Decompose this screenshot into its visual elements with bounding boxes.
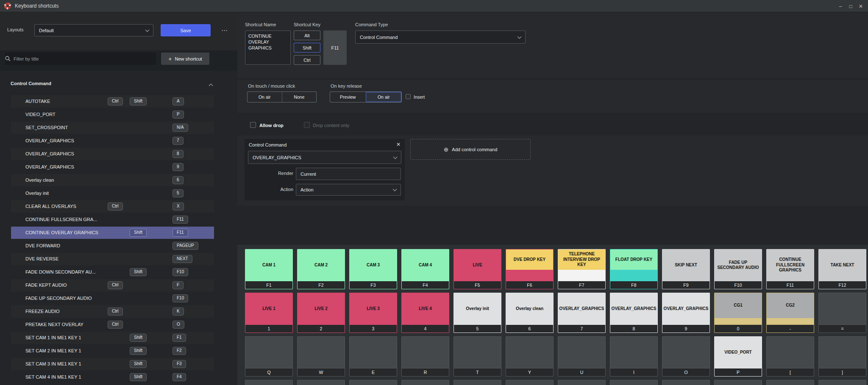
shortcut-row[interactable]: PRETAKE NEXT OVERLAYCtrlO <box>11 319 214 331</box>
keyboard-key-W[interactable]: W <box>297 336 345 377</box>
keyboard-key-blank[interactable] <box>453 380 501 385</box>
keyboard-key-blank[interactable] <box>297 380 345 385</box>
shortcut-row[interactable]: FADE KEPT AUDIOCtrlF <box>11 279 214 291</box>
layouts-select[interactable]: Default <box>34 24 153 36</box>
keyboard-key-Q[interactable]: Q <box>245 336 293 377</box>
drop-content-only-checkbox[interactable] <box>304 122 310 128</box>
keyboard-key-][interactable]: ] <box>818 336 866 377</box>
allow-drop-checkbox[interactable] <box>250 122 256 128</box>
keyboard-key-=[interactable]: = <box>818 293 866 333</box>
key-assignment-label <box>767 380 814 385</box>
keyboard-key-F4[interactable]: CAM 4F4 <box>401 249 449 289</box>
new-shortcut-button[interactable]: + New shortcut <box>161 53 209 65</box>
shortcut-row[interactable]: DVE FORWARDPAGEUP <box>11 240 214 252</box>
shortcut-row[interactable]: OVERLAY_GRAPHICS8 <box>11 148 214 160</box>
minimize-button[interactable]: – <box>837 3 844 9</box>
shortcut-row[interactable]: Overlay clean6 <box>11 174 214 186</box>
keyboard-key-I[interactable]: I <box>610 336 658 377</box>
keyboard-key-blank[interactable] <box>506 380 554 385</box>
command-type-select[interactable]: Control Command <box>355 30 526 44</box>
keyboard-key-blank[interactable] <box>714 380 762 385</box>
shortcut-row[interactable]: SET CAM 3 IN ME1 KEY 1ShiftF3 <box>11 358 214 370</box>
action-select[interactable]: Action <box>296 184 401 196</box>
keyboard-key-[[interactable]: [ <box>766 336 814 377</box>
close-icon[interactable]: ✕ <box>396 141 401 147</box>
segment-preview[interactable]: Preview <box>330 92 366 102</box>
shortcut-row[interactable]: OVERLAY_GRAPHICS7 <box>11 135 214 147</box>
render-input[interactable]: Current <box>296 168 401 180</box>
keyboard-key-blank[interactable] <box>245 380 293 385</box>
keyboard-key-blank[interactable] <box>349 380 397 385</box>
keyboard-key-5[interactable]: Overlay init5 <box>453 293 501 333</box>
shortcut-row[interactable]: VIDEO_PORTP <box>11 108 214 121</box>
keyboard-key-F11[interactable]: CONTINUE FULLSCREEN GRAPHICSF11 <box>766 249 814 289</box>
keyboard-key-P[interactable]: VIDEO_PORTP <box>714 336 762 377</box>
shortcut-row[interactable]: FADE DOWN SECONDARY AU...ShiftF10 <box>11 266 214 278</box>
keyboard-key-F7[interactable]: TELEPHONE INTERVIEW DROP KEYF7 <box>558 249 606 289</box>
keyboard-key--[interactable]: CG2- <box>766 293 814 333</box>
maximize-button[interactable]: □ <box>847 3 854 9</box>
keyboard-key-0[interactable]: CG10 <box>714 293 762 333</box>
keyboard-key-F9[interactable]: SKIP NEXTF9 <box>662 249 710 289</box>
shortcut-row[interactable]: AUTOTAKECtrlShiftA <box>11 95 214 108</box>
section-header[interactable]: Control Command <box>11 81 51 86</box>
segment-none[interactable]: None <box>282 92 317 102</box>
shortcut-row[interactable]: FREEZE AUDIOCtrlK <box>11 305 214 318</box>
modifier-shift-button[interactable]: Shift <box>294 43 320 53</box>
keyboard-key-2[interactable]: LIVE 22 <box>297 293 345 333</box>
shortcut-row[interactable]: SET CAM 1 IN ME1 KEY 1ShiftF1 <box>11 332 214 344</box>
keyboard-key-4[interactable]: LIVE 44 <box>401 293 449 333</box>
more-options-button[interactable]: ⋯ <box>217 24 232 36</box>
keyboard-key-3[interactable]: LIVE 33 <box>349 293 397 333</box>
keyboard-key-blank[interactable] <box>401 380 449 385</box>
add-control-command-button[interactable]: ⊕ Add control command <box>410 139 531 160</box>
shortcut-row[interactable]: DVE REVERSENEXT <box>11 253 214 265</box>
keyboard-key-blank[interactable] <box>558 380 606 385</box>
keyboard-key-1[interactable]: LIVE 11 <box>245 293 293 333</box>
keyboard-key-blank[interactable] <box>662 380 710 385</box>
keyboard-key-blank[interactable] <box>610 380 658 385</box>
chevron-up-icon[interactable] <box>209 84 213 88</box>
shortcut-row[interactable]: SET_CROSSPOINTN/A <box>11 122 214 134</box>
filter-input[interactable]: Filter by title <box>5 53 156 65</box>
keyboard-key-R[interactable]: R <box>401 336 449 377</box>
keyboard-key-O[interactable]: O <box>662 336 710 377</box>
keyboard-key-F1[interactable]: CAM 1F1 <box>245 249 293 289</box>
shortcut-row[interactable]: CLEAR ALL OVERLAYSCtrlX <box>11 200 214 213</box>
keyboard-key-9[interactable]: OVERLAY_GRAPHICS9 <box>662 293 710 333</box>
shortcut-name-input[interactable]: CONTINUE OVERLAY GRAPHICS <box>245 30 291 65</box>
save-button[interactable]: Save <box>161 24 211 36</box>
key-assignment-label: SKIP NEXT <box>662 249 709 281</box>
keyboard-key-F8[interactable]: FLOAT DROP KEYF8 <box>610 249 658 289</box>
keyboard-key-F10[interactable]: FADE UP SECONDARY AUDIOF10 <box>714 249 762 289</box>
keyboard-key-Y[interactable]: Y <box>506 336 554 377</box>
keyboard-key-7[interactable]: OVERLAY_GRAPHICS7 <box>558 293 606 333</box>
shortcut-row[interactable]: CONTINUE FULLSCREEN GRA...F11 <box>11 213 214 226</box>
key-assignment-label: Overlay clean <box>506 293 553 324</box>
shortcut-row[interactable]: FADE UP SECONDARY AUDIOF10 <box>11 292 214 305</box>
keyboard-key-F12[interactable]: TAKE NEXTF12 <box>818 249 866 289</box>
keyboard-key-blank[interactable] <box>766 380 814 385</box>
close-button[interactable]: ✕ <box>857 3 865 9</box>
command-select[interactable]: OVERLAY_GRAPHICS <box>248 151 401 164</box>
shortcut-row[interactable]: SET CAM 4 IN ME1 KEY 1ShiftF4 <box>11 371 214 383</box>
keyboard-key-F6[interactable]: DVE DROP KEYF6 <box>506 249 554 289</box>
keyboard-key-6[interactable]: Overlay clean6 <box>506 293 554 333</box>
insert-checkbox[interactable] <box>406 94 411 99</box>
keyboard-key-blank[interactable] <box>818 380 866 385</box>
keyboard-key-T[interactable]: T <box>453 336 501 377</box>
keyboard-key-8[interactable]: OVERLAY_GRAPHICS8 <box>610 293 658 333</box>
keyboard-key-F5[interactable]: LIVEF5 <box>453 249 501 289</box>
segment-on-air[interactable]: On air <box>366 92 402 102</box>
shortcut-row[interactable]: Overlay init5 <box>11 187 214 199</box>
keyboard-key-U[interactable]: U <box>558 336 606 377</box>
keyboard-key-F2[interactable]: CAM 2F2 <box>297 249 345 289</box>
modifier-alt-button[interactable]: Alt <box>294 30 320 40</box>
keyboard-key-F3[interactable]: CAM 3F3 <box>349 249 397 289</box>
shortcut-row[interactable]: CONTINUE OVERLAY GRAPHICSShiftF11 <box>11 227 214 239</box>
shortcut-row[interactable]: SET CAM 2 IN ME1 KEY 1ShiftF2 <box>11 345 214 357</box>
keyboard-key-E[interactable]: E <box>349 336 397 377</box>
shortcut-row[interactable]: OVERLAY_GRAPHICS9 <box>11 161 214 173</box>
modifier-ctrl-button[interactable]: Ctrl <box>294 55 320 65</box>
segment-on-air[interactable]: On air <box>248 92 282 102</box>
